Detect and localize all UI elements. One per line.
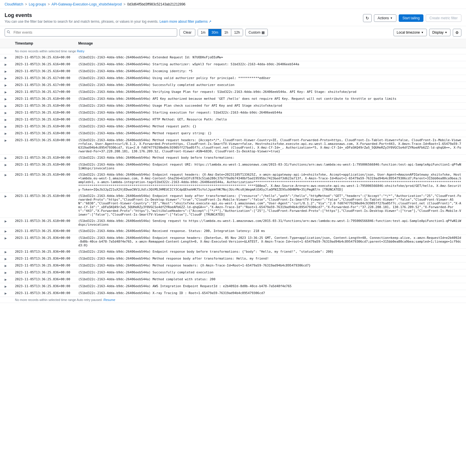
row-message: (51bd322c-2163-4dda-b9dc-26406eeb544a) M… (75, 130, 466, 137)
expand-button[interactable]: ▶ (3, 163, 8, 167)
row-expand-cell[interactable]: ▶ (0, 218, 12, 228)
expand-button[interactable]: ▶ (3, 83, 8, 87)
row-expand-cell[interactable]: ▶ (0, 68, 12, 75)
clear-button[interactable]: Clear (179, 29, 195, 36)
expand-chevron-icon: ▶ (5, 132, 7, 135)
row-expand-cell[interactable]: ▶ (0, 193, 12, 218)
row-expand-cell[interactable]: ▶ (0, 89, 12, 96)
row-message: (51bd322c-2163-4dda-b9dc-26406eeb544a) M… (75, 256, 466, 262)
row-timestamp: 2023-11-05T13:36:25.836+00:00 (12, 256, 75, 262)
row-message: (51bd322c-2163-4dda-b9dc-26406eeb544a) M… (75, 262, 466, 269)
row-expand-cell[interactable]: ▶ (0, 172, 12, 193)
display-button[interactable]: Display ▼ (429, 29, 450, 36)
resume-link[interactable]: Resume (104, 298, 115, 302)
expand-chevron-icon: ▶ (5, 250, 7, 254)
expand-button[interactable]: ▶ (3, 173, 8, 177)
expand-button[interactable]: ▶ (3, 229, 8, 233)
time-filter-1m[interactable]: 1m (198, 29, 209, 36)
row-expand-cell[interactable]: ▶ (0, 82, 12, 89)
expand-button[interactable]: ▶ (3, 97, 8, 101)
expand-chevron-icon: ▶ (5, 237, 7, 240)
breadcrumb-log-group-name[interactable]: API-Gateway-Execution-Logs_xhsitxfxke/pr… (51, 2, 122, 6)
row-expand-cell[interactable]: ▶ (0, 61, 12, 68)
row-expand-cell[interactable]: ▶ (0, 235, 12, 249)
expand-button[interactable]: ▶ (3, 264, 8, 268)
expand-button[interactable]: ▶ (3, 90, 8, 94)
row-expand-cell[interactable]: ▶ (0, 249, 12, 256)
row-expand-cell[interactable]: ▶ (0, 137, 12, 155)
retry-link[interactable]: Retry (77, 49, 84, 53)
expand-button[interactable]: ▶ (3, 124, 8, 129)
settings-button[interactable]: ⚙ (453, 29, 461, 37)
expand-button[interactable]: ▶ (3, 284, 8, 289)
table-row: ▶ 2023-11-05T13:36:25.618+00:00 (51bd322… (0, 137, 466, 155)
refresh-button[interactable]: ↻ (363, 14, 372, 22)
expand-button[interactable]: ▶ (3, 131, 8, 136)
expand-button[interactable]: ▶ (3, 69, 8, 74)
col-message-header: Message (75, 39, 466, 48)
time-filter-30m[interactable]: 30m (209, 29, 221, 36)
expand-button[interactable]: ▶ (3, 156, 8, 160)
time-filter-group: 1m 30m 1h 12h (198, 29, 243, 36)
expand-chevron-icon: ▶ (5, 91, 7, 94)
start-tailing-button[interactable]: Start tailing (399, 14, 423, 22)
table-row: ▶ 2023-11-05T13:36:25.618+00:00 (51bd322… (0, 116, 466, 123)
actions-button[interactable]: Actions ▼ (374, 14, 396, 22)
table-row: ▶ 2023-11-05T13:36:25.618+00:00 (51bd322… (0, 123, 466, 130)
expand-button[interactable]: ▶ (3, 138, 8, 143)
row-expand-cell[interactable]: ▶ (0, 269, 12, 276)
row-expand-cell[interactable]: ▶ (0, 123, 12, 130)
expand-chevron-icon: ▶ (5, 264, 7, 267)
row-expand-cell[interactable]: ▶ (0, 262, 12, 269)
expand-button[interactable]: ▶ (3, 62, 8, 67)
row-message: (51bd322c-2163-4dda-b9dc-26406eeb544a) M… (75, 123, 466, 130)
row-expand-cell[interactable]: ▶ (0, 283, 12, 290)
row-expand-cell[interactable]: ▶ (0, 75, 12, 82)
row-timestamp: 2023-11-05T13:36:25.617+00:00 (12, 89, 75, 96)
custom-time-button[interactable]: Custom ▦ (245, 29, 268, 36)
expand-button[interactable]: ▶ (3, 219, 8, 223)
row-expand-cell[interactable]: ▶ (0, 162, 12, 172)
row-expand-cell[interactable]: ▶ (0, 116, 12, 123)
page-description: You can use the filter bar below to sear… (5, 20, 211, 24)
row-message: (51bd322c-2163-4dda-b9dc-26406eeb544a) S… (75, 110, 466, 116)
row-expand-cell[interactable]: ▶ (0, 110, 12, 116)
expand-button[interactable]: ▶ (3, 104, 8, 108)
expand-button[interactable]: ▶ (3, 55, 8, 60)
row-timestamp: 2023-11-05T13:36:25.618+00:00 (12, 110, 75, 116)
breadcrumb-log-groups[interactable]: Log groups (29, 2, 46, 6)
time-filter-1h[interactable]: 1h (221, 29, 231, 36)
col-timestamp-header: Timestamp (12, 39, 75, 48)
learn-more-link[interactable]: Learn more about filter patterns ↗ (160, 20, 212, 24)
timezone-button[interactable]: Local timezone ▼ (394, 29, 427, 36)
row-expand-cell[interactable]: ▶ (0, 276, 12, 283)
breadcrumb-sep-3: > (123, 2, 125, 6)
row-expand-cell[interactable]: ▶ (0, 228, 12, 235)
expand-button[interactable]: ▶ (3, 118, 8, 122)
row-expand-cell[interactable]: ▶ (0, 130, 12, 137)
row-expand-cell[interactable]: ▶ (0, 96, 12, 103)
row-expand-cell[interactable]: ▶ (0, 103, 12, 110)
row-expand-cell[interactable]: ▶ (0, 290, 12, 297)
expand-button[interactable]: ▶ (3, 236, 8, 240)
expand-chevron-icon: ▶ (5, 292, 7, 295)
expand-button[interactable]: ▶ (3, 270, 8, 275)
expand-chevron-icon: ▶ (5, 257, 7, 260)
row-timestamp: 2023-11-05T13:36:25.617+00:00 (12, 82, 75, 89)
expand-button[interactable]: ▶ (3, 111, 8, 115)
expand-button[interactable]: ▶ (3, 76, 8, 80)
expand-button[interactable]: ▶ (3, 291, 8, 295)
table-row: ▶ 2023-11-05T13:36:25.616+00:00 (51bd322… (0, 54, 466, 61)
row-expand-cell[interactable]: ▶ (0, 155, 12, 162)
expand-button[interactable]: ▶ (3, 277, 8, 282)
breadcrumb-cloudwatch[interactable]: CloudWatch (5, 2, 23, 6)
row-expand-cell[interactable]: ▶ (0, 54, 12, 61)
time-filter-12h[interactable]: 12h (231, 29, 243, 36)
row-timestamp: 2023-11-05T13:36:25.836+00:00 (12, 228, 75, 235)
search-input[interactable] (5, 28, 177, 37)
row-expand-cell[interactable]: ▶ (0, 256, 12, 262)
expand-button[interactable]: ▶ (3, 194, 8, 198)
table-row: ▶ 2023-11-05T13:36:25.618+00:00 (51bd322… (0, 218, 466, 228)
expand-button[interactable]: ▶ (3, 257, 8, 261)
expand-button[interactable]: ▶ (3, 250, 8, 254)
